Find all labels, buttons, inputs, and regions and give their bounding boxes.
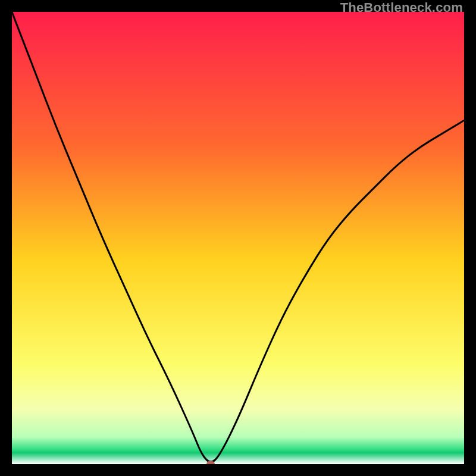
bottleneck-curve (12, 12, 464, 464)
plot-area (12, 12, 464, 464)
optimum-marker (206, 461, 215, 464)
chart-frame: TheBottleneck.com (0, 0, 476, 476)
